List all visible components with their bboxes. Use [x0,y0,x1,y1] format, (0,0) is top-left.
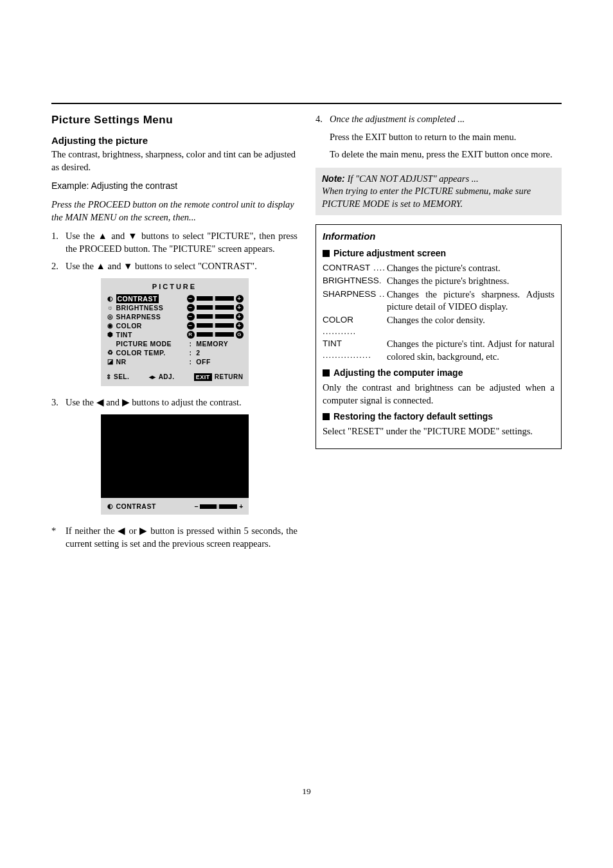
nr-icon: ◪ [106,357,115,366]
minus-icon: − [194,502,198,511]
plus-icon: + [236,295,244,303]
minus-icon: − [187,313,195,321]
osd-title: PICTURE [106,282,244,292]
foot-adj: ADJ. [159,373,175,382]
foot-return: RETURN [215,373,244,382]
minus-icon: − [187,322,195,330]
contrast-icon: ◐ [106,502,115,511]
information-box: Information Picture adjustment screen CO… [315,224,562,448]
note-label: Note: [322,173,345,184]
step4-line-b: To delete the main menu, press the EXIT … [330,148,562,161]
step-4: 4. Once the adjustment is completed ... [315,113,562,126]
contrast-icon: ◐ [106,294,115,303]
plus-icon: + [236,313,244,321]
slider-track [197,305,234,310]
minus-icon: − [187,304,195,312]
proceed-instruction: Press the PROCEED button on the remote c… [51,199,298,224]
tint-r-icon: R [187,331,195,339]
plus-icon: + [236,322,244,330]
osd-picture-mode-value: MEMORY [196,340,228,348]
osd-row-contrast: CONTRAST [116,294,159,303]
note-line2: When trying to enter the PICTURE submenu… [322,186,531,209]
intro-text: The contrast, brightness, sharpness, col… [51,148,298,173]
osd-colortemp-value: 2 [196,349,200,357]
step-text: Once the adjustment is completed ... [330,113,562,126]
osd-contrast-preview: ◐ CONTRAST − + [101,414,249,515]
computer-image-text: Only the contrast and brightness can be … [323,382,555,407]
sq-head-restoring-defaults: Restoring the factory default settings [323,411,555,423]
colortemp-icon: ♻ [106,348,115,357]
step-number: 2. [51,260,62,273]
exit-icon: EXIT [194,373,212,381]
information-title: Information [323,230,555,243]
note-block: Note: If "CAN NOT ADJUST" appears ... Wh… [315,168,562,216]
updown-icon: ⇕ [106,373,112,382]
foot-sel: SEL. [114,373,129,382]
step-number: 1. [51,230,62,255]
slider-track [197,323,234,328]
step-number: 4. [315,113,326,126]
example-line: Example: Adjusting the contrast [51,180,298,192]
sq-head-picture-adjustment: Picture adjustment screen [323,247,555,260]
footnote: * If neither the ◀ or ▶ button is presse… [51,525,298,550]
slider-track [200,504,237,509]
def-contrast: CONTRAST .... Changes the picture's cont… [323,262,555,275]
minus-icon: − [187,295,195,303]
left-column: Picture Settings Menu Adjusting the pict… [51,113,298,555]
def-color: COLOR ........... Changes the color dens… [323,314,555,337]
note-line1: If "CAN NOT ADJUST" appears ... [345,173,479,184]
tint-g-icon: G [236,331,244,339]
plus-icon: + [236,304,244,312]
plus-icon: + [239,502,243,511]
slider-track [197,314,234,319]
page-number: 19 [0,786,613,797]
osd-row-sharpness: SHARPNESS [115,312,187,321]
step-2: 2. Use the ▲ and ▼ buttons to select "CO… [51,260,298,273]
osd-picture-mode-label: PICTURE MODE [115,339,186,348]
osd-row-tint: TINT [115,330,187,339]
leftright-icon: ◂▸ [149,373,156,382]
step-text: Use the ▲ and ▼ buttons to select "CONTR… [66,260,298,273]
section-title: Picture Settings Menu [51,113,298,128]
top-rule [51,103,562,104]
def-brightness: BRIGHTNESS. Changes the picture's bright… [323,275,555,288]
right-column: 4. Once the adjustment is completed ... … [315,113,562,555]
osd-colortemp-label: COLOR TEMP. [115,348,186,357]
slider-track [197,296,234,301]
subsection-title: Adjusting the picture [51,134,298,147]
step4-line-a: Press the EXIT button to return to the m… [330,131,562,144]
step-text: Use the ▲ and ▼ buttons to select "PICTU… [66,230,298,255]
footnote-text: If neither the ◀ or ▶ button is pressed … [66,525,298,550]
osd-picture-menu: PICTURE ◐ CONTRAST − + ☼ BRIGHTNESS − + … [101,278,249,386]
osd-row-brightness: BRIGHTNESS [115,303,187,312]
osd-row-color: COLOR [115,321,187,330]
def-tint: TINT ................ Changes the pictur… [323,338,555,363]
sharpness-icon: ◎ [106,312,115,321]
osd2-label: CONTRAST [115,502,195,511]
preview-black-area [101,414,249,498]
slider-track [197,332,234,337]
color-icon: ◉ [106,321,115,330]
restoring-defaults-text: Select "RESET" under the "PICTURE MODE" … [323,425,555,438]
tint-icon: ⬢ [106,330,115,339]
step-number: 3. [51,396,62,409]
step-text: Use the ◀ and ▶ buttons to adjust the co… [66,396,298,409]
star-mark: * [51,525,62,550]
brightness-icon: ☼ [106,303,115,312]
sq-head-computer-image: Adjusting the computer image [323,367,555,379]
step-3: 3. Use the ◀ and ▶ buttons to adjust the… [51,396,298,409]
osd-nr-value: OFF [196,358,211,366]
def-sharpness: SHARPNESS .. Changes the picture's sharp… [323,288,555,314]
step-1: 1. Use the ▲ and ▼ buttons to select "PI… [51,230,298,255]
osd-nr-label: NR [115,357,186,366]
